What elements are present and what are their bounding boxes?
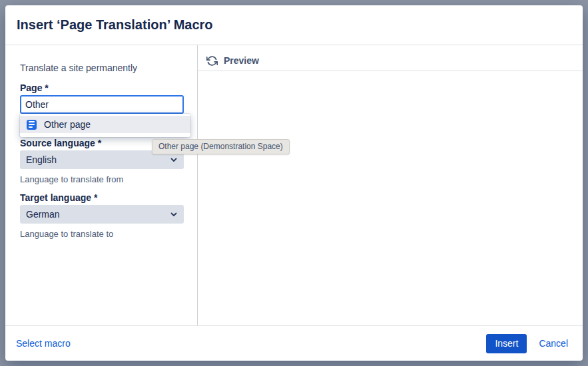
macro-description: Translate a site permanently — [20, 63, 183, 73]
refresh-icon[interactable] — [206, 55, 218, 67]
preview-title: Preview — [224, 55, 259, 66]
page-icon — [27, 120, 37, 130]
autocomplete-item-other-page[interactable]: Other page — [20, 116, 190, 133]
chevron-down-icon — [170, 212, 177, 217]
macro-form-panel: Translate a site permanently Page * Sour… — [5, 45, 198, 325]
page-input[interactable] — [20, 95, 184, 114]
target-language-help: Language to translate to — [20, 229, 183, 239]
dialog-footer: Select macro Insert Cancel — [5, 325, 583, 361]
cancel-link[interactable]: Cancel — [539, 338, 568, 349]
autocomplete-item-label: Other page — [44, 119, 91, 130]
preview-header: Preview — [198, 45, 583, 71]
preview-panel: Preview — [198, 45, 583, 325]
dialog-title: Insert ‘Page Translation’ Macro — [17, 17, 213, 33]
preview-content — [198, 71, 583, 325]
target-language-value: German — [26, 209, 60, 220]
select-macro-link[interactable]: Select macro — [16, 338, 71, 349]
target-language-select[interactable]: German — [20, 205, 184, 224]
footer-actions: Insert Cancel — [486, 334, 568, 353]
chevron-down-icon — [170, 158, 177, 162]
modal-blanket: Insert ‘Page Translation’ Macro Translat… — [0, 0, 588, 366]
insert-macro-dialog: Insert ‘Page Translation’ Macro Translat… — [5, 5, 583, 361]
page-tooltip: Other page (Demonstration Space) — [152, 139, 290, 154]
target-language-label: Target language * — [20, 192, 183, 203]
page-autocomplete-dropdown: Other page — [20, 114, 190, 137]
source-language-help: Language to translate from — [20, 174, 183, 184]
dialog-body: Translate a site permanently Page * Sour… — [5, 45, 583, 325]
source-language-value: English — [26, 154, 57, 165]
insert-button[interactable]: Insert — [486, 334, 527, 353]
dialog-header: Insert ‘Page Translation’ Macro — [5, 5, 583, 45]
page-field-label: Page * — [20, 83, 183, 93]
